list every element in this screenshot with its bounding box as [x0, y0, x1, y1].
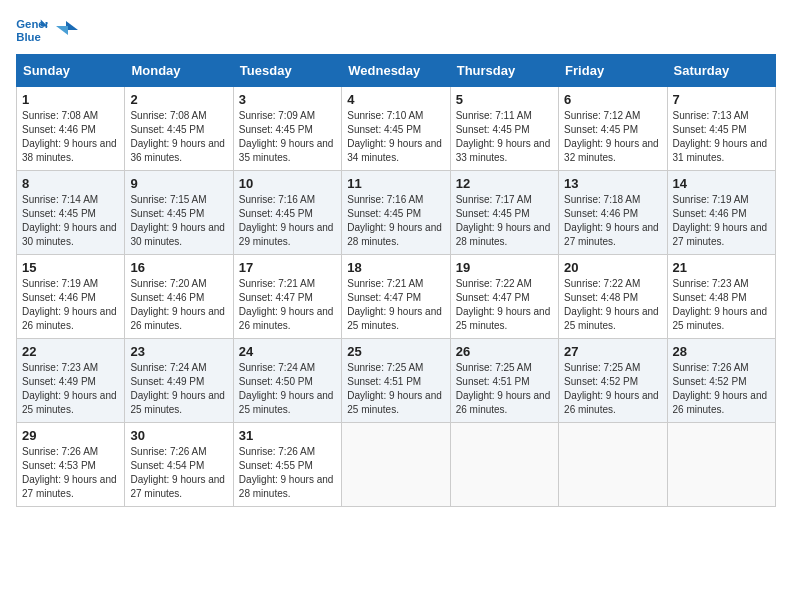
day-info: Sunrise: 7:26 AMSunset: 4:54 PMDaylight:…: [130, 445, 227, 501]
day-info: Sunrise: 7:08 AMSunset: 4:45 PMDaylight:…: [130, 109, 227, 165]
calendar-cell: [559, 423, 667, 507]
day-number: 25: [347, 344, 444, 359]
calendar-week-row: 29 Sunrise: 7:26 AMSunset: 4:53 PMDaylig…: [17, 423, 776, 507]
calendar-cell: 26 Sunrise: 7:25 AMSunset: 4:51 PMDaylig…: [450, 339, 558, 423]
calendar-cell: 25 Sunrise: 7:25 AMSunset: 4:51 PMDaylig…: [342, 339, 450, 423]
logo-icon: General Blue: [16, 16, 48, 44]
day-number: 13: [564, 176, 661, 191]
calendar-cell: 10 Sunrise: 7:16 AMSunset: 4:45 PMDaylig…: [233, 171, 341, 255]
calendar-cell: 15 Sunrise: 7:19 AMSunset: 4:46 PMDaylig…: [17, 255, 125, 339]
calendar-cell: 4 Sunrise: 7:10 AMSunset: 4:45 PMDayligh…: [342, 87, 450, 171]
calendar-week-row: 22 Sunrise: 7:23 AMSunset: 4:49 PMDaylig…: [17, 339, 776, 423]
calendar-cell: 27 Sunrise: 7:25 AMSunset: 4:52 PMDaylig…: [559, 339, 667, 423]
day-number: 17: [239, 260, 336, 275]
calendar-header-saturday: Saturday: [667, 55, 775, 87]
day-info: Sunrise: 7:19 AMSunset: 4:46 PMDaylight:…: [673, 193, 770, 249]
calendar-cell: [450, 423, 558, 507]
calendar-cell: 17 Sunrise: 7:21 AMSunset: 4:47 PMDaylig…: [233, 255, 341, 339]
day-number: 28: [673, 344, 770, 359]
day-info: Sunrise: 7:12 AMSunset: 4:45 PMDaylight:…: [564, 109, 661, 165]
day-number: 1: [22, 92, 119, 107]
day-number: 11: [347, 176, 444, 191]
day-info: Sunrise: 7:14 AMSunset: 4:45 PMDaylight:…: [22, 193, 119, 249]
calendar-cell: 1 Sunrise: 7:08 AMSunset: 4:46 PMDayligh…: [17, 87, 125, 171]
calendar-cell: [342, 423, 450, 507]
calendar-cell: 28 Sunrise: 7:26 AMSunset: 4:52 PMDaylig…: [667, 339, 775, 423]
day-info: Sunrise: 7:22 AMSunset: 4:47 PMDaylight:…: [456, 277, 553, 333]
day-info: Sunrise: 7:08 AMSunset: 4:46 PMDaylight:…: [22, 109, 119, 165]
logo-arrow-icon: [56, 21, 78, 39]
day-number: 22: [22, 344, 119, 359]
day-info: Sunrise: 7:23 AMSunset: 4:49 PMDaylight:…: [22, 361, 119, 417]
calendar-cell: 19 Sunrise: 7:22 AMSunset: 4:47 PMDaylig…: [450, 255, 558, 339]
day-number: 19: [456, 260, 553, 275]
calendar-header-thursday: Thursday: [450, 55, 558, 87]
calendar-header-wednesday: Wednesday: [342, 55, 450, 87]
logo: General Blue: [16, 16, 78, 44]
day-number: 24: [239, 344, 336, 359]
day-number: 14: [673, 176, 770, 191]
calendar-header-monday: Monday: [125, 55, 233, 87]
day-info: Sunrise: 7:18 AMSunset: 4:46 PMDaylight:…: [564, 193, 661, 249]
day-info: Sunrise: 7:26 AMSunset: 4:52 PMDaylight:…: [673, 361, 770, 417]
day-info: Sunrise: 7:13 AMSunset: 4:45 PMDaylight:…: [673, 109, 770, 165]
calendar-cell: 11 Sunrise: 7:16 AMSunset: 4:45 PMDaylig…: [342, 171, 450, 255]
day-number: 15: [22, 260, 119, 275]
day-number: 12: [456, 176, 553, 191]
calendar-header-sunday: Sunday: [17, 55, 125, 87]
calendar-cell: 5 Sunrise: 7:11 AMSunset: 4:45 PMDayligh…: [450, 87, 558, 171]
day-info: Sunrise: 7:21 AMSunset: 4:47 PMDaylight:…: [239, 277, 336, 333]
day-info: Sunrise: 7:16 AMSunset: 4:45 PMDaylight:…: [239, 193, 336, 249]
day-info: Sunrise: 7:10 AMSunset: 4:45 PMDaylight:…: [347, 109, 444, 165]
calendar-cell: 18 Sunrise: 7:21 AMSunset: 4:47 PMDaylig…: [342, 255, 450, 339]
day-number: 8: [22, 176, 119, 191]
calendar-cell: 12 Sunrise: 7:17 AMSunset: 4:45 PMDaylig…: [450, 171, 558, 255]
day-number: 16: [130, 260, 227, 275]
calendar-cell: 9 Sunrise: 7:15 AMSunset: 4:45 PMDayligh…: [125, 171, 233, 255]
day-number: 18: [347, 260, 444, 275]
calendar-header-tuesday: Tuesday: [233, 55, 341, 87]
day-info: Sunrise: 7:16 AMSunset: 4:45 PMDaylight:…: [347, 193, 444, 249]
calendar-cell: 30 Sunrise: 7:26 AMSunset: 4:54 PMDaylig…: [125, 423, 233, 507]
day-number: 21: [673, 260, 770, 275]
day-info: Sunrise: 7:25 AMSunset: 4:51 PMDaylight:…: [456, 361, 553, 417]
day-info: Sunrise: 7:11 AMSunset: 4:45 PMDaylight:…: [456, 109, 553, 165]
calendar-cell: 29 Sunrise: 7:26 AMSunset: 4:53 PMDaylig…: [17, 423, 125, 507]
day-number: 5: [456, 92, 553, 107]
day-number: 30: [130, 428, 227, 443]
day-number: 26: [456, 344, 553, 359]
calendar-cell: 2 Sunrise: 7:08 AMSunset: 4:45 PMDayligh…: [125, 87, 233, 171]
day-info: Sunrise: 7:25 AMSunset: 4:52 PMDaylight:…: [564, 361, 661, 417]
header: General Blue: [16, 16, 776, 44]
day-number: 29: [22, 428, 119, 443]
day-info: Sunrise: 7:23 AMSunset: 4:48 PMDaylight:…: [673, 277, 770, 333]
calendar-cell: 14 Sunrise: 7:19 AMSunset: 4:46 PMDaylig…: [667, 171, 775, 255]
calendar-cell: 16 Sunrise: 7:20 AMSunset: 4:46 PMDaylig…: [125, 255, 233, 339]
calendar-cell: [667, 423, 775, 507]
calendar-cell: 31 Sunrise: 7:26 AMSunset: 4:55 PMDaylig…: [233, 423, 341, 507]
calendar-week-row: 15 Sunrise: 7:19 AMSunset: 4:46 PMDaylig…: [17, 255, 776, 339]
day-number: 3: [239, 92, 336, 107]
svg-text:Blue: Blue: [16, 31, 41, 43]
svg-marker-4: [56, 26, 68, 35]
day-number: 4: [347, 92, 444, 107]
day-info: Sunrise: 7:24 AMSunset: 4:50 PMDaylight:…: [239, 361, 336, 417]
calendar-week-row: 8 Sunrise: 7:14 AMSunset: 4:45 PMDayligh…: [17, 171, 776, 255]
calendar-cell: 13 Sunrise: 7:18 AMSunset: 4:46 PMDaylig…: [559, 171, 667, 255]
day-info: Sunrise: 7:24 AMSunset: 4:49 PMDaylight:…: [130, 361, 227, 417]
day-info: Sunrise: 7:25 AMSunset: 4:51 PMDaylight:…: [347, 361, 444, 417]
day-number: 31: [239, 428, 336, 443]
calendar-cell: 6 Sunrise: 7:12 AMSunset: 4:45 PMDayligh…: [559, 87, 667, 171]
day-info: Sunrise: 7:19 AMSunset: 4:46 PMDaylight:…: [22, 277, 119, 333]
day-info: Sunrise: 7:26 AMSunset: 4:53 PMDaylight:…: [22, 445, 119, 501]
calendar-cell: 7 Sunrise: 7:13 AMSunset: 4:45 PMDayligh…: [667, 87, 775, 171]
calendar-week-row: 1 Sunrise: 7:08 AMSunset: 4:46 PMDayligh…: [17, 87, 776, 171]
calendar-cell: 3 Sunrise: 7:09 AMSunset: 4:45 PMDayligh…: [233, 87, 341, 171]
day-info: Sunrise: 7:15 AMSunset: 4:45 PMDaylight:…: [130, 193, 227, 249]
calendar-cell: 8 Sunrise: 7:14 AMSunset: 4:45 PMDayligh…: [17, 171, 125, 255]
calendar-cell: 21 Sunrise: 7:23 AMSunset: 4:48 PMDaylig…: [667, 255, 775, 339]
day-number: 2: [130, 92, 227, 107]
day-number: 10: [239, 176, 336, 191]
day-info: Sunrise: 7:17 AMSunset: 4:45 PMDaylight:…: [456, 193, 553, 249]
calendar-cell: 24 Sunrise: 7:24 AMSunset: 4:50 PMDaylig…: [233, 339, 341, 423]
